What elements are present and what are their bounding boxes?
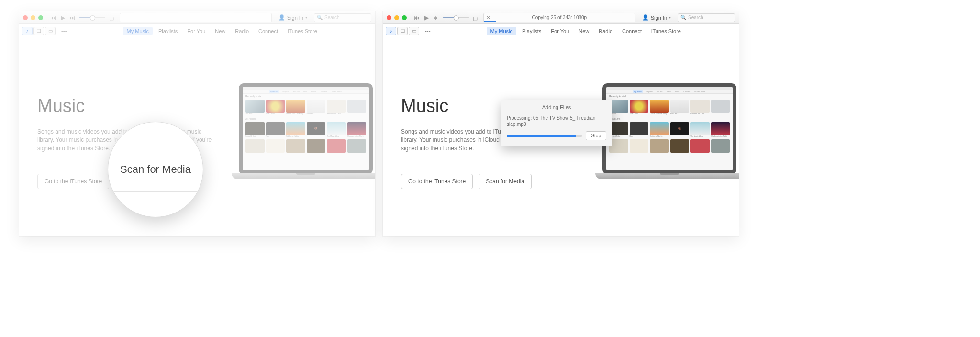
stop-button[interactable]: Stop bbox=[586, 131, 606, 140]
play-icon[interactable]: ▶ bbox=[59, 14, 66, 21]
mock-tab: New bbox=[302, 90, 308, 93]
magnifier-callout: Scan for Media bbox=[108, 122, 203, 217]
next-icon[interactable]: ⏭ bbox=[69, 14, 76, 21]
dialog-title: Adding Files bbox=[507, 104, 606, 110]
search-icon: 🔍 bbox=[317, 15, 323, 20]
movies-view-icon[interactable]: ❏ bbox=[397, 27, 408, 35]
go-to-store-button[interactable]: Go to the iTunes Store bbox=[37, 174, 109, 189]
mock-tab: Playlists bbox=[281, 90, 290, 93]
person-icon: 👤 bbox=[642, 14, 649, 21]
minimize-icon[interactable] bbox=[31, 15, 35, 20]
volume-slider[interactable] bbox=[443, 17, 469, 18]
mock-tab: For You bbox=[292, 90, 301, 93]
music-view-icon[interactable]: ♪ bbox=[386, 27, 396, 35]
nav-tabs[interactable]: My Music Playlists For You New Radio Con… bbox=[487, 27, 685, 35]
adding-files-dialog: Adding Files Processing: 05 The TV Show … bbox=[501, 100, 612, 146]
next-icon[interactable]: ⏭ bbox=[433, 14, 439, 21]
mock-section-label: Recently Added bbox=[243, 94, 369, 99]
volume-slider[interactable] bbox=[79, 17, 105, 18]
tab-playlists[interactable]: Playlists bbox=[155, 27, 181, 35]
mock-tab: New bbox=[666, 90, 672, 93]
tab-radio[interactable]: Radio bbox=[231, 27, 253, 35]
search-placeholder: Search bbox=[688, 15, 703, 20]
playback-controls[interactable]: ⏮ ▶ ⏭ bbox=[413, 14, 439, 21]
titlebar: ⏮ ▶ ⏭ ▢ 👤 Sign In ▾ 🔍 Search bbox=[19, 11, 375, 24]
mock-tab: My Music bbox=[269, 90, 279, 93]
mock-section-label: Recently Added bbox=[606, 94, 733, 99]
airplay-icon[interactable]: ▢ bbox=[109, 15, 116, 20]
tv-view-icon[interactable]: ▭ bbox=[409, 27, 419, 35]
lcd-progress-bar bbox=[484, 21, 496, 22]
tab-strip: ♪ ❏ ▭ ••• My Music Playlists For You New… bbox=[383, 24, 739, 38]
play-icon[interactable]: ▶ bbox=[423, 14, 430, 21]
lcd-display: ✕ Copying 25 of 343: 1080p bbox=[483, 13, 635, 22]
more-icon[interactable]: ••• bbox=[422, 28, 434, 34]
nav-tabs[interactable]: My Music Playlists For You New Radio Con… bbox=[123, 27, 321, 35]
zoom-icon[interactable] bbox=[38, 15, 43, 20]
tab-radio[interactable]: Radio bbox=[595, 27, 616, 35]
tab-for-you[interactable]: For You bbox=[183, 27, 209, 35]
mock-tab: Radio bbox=[674, 90, 680, 93]
airplay-icon[interactable]: ▢ bbox=[473, 15, 479, 20]
movies-view-icon[interactable]: ❏ bbox=[33, 27, 44, 35]
signin-label: Sign In bbox=[651, 15, 667, 21]
signin-label: Sign In bbox=[287, 15, 303, 21]
dialog-progress-bar bbox=[507, 135, 582, 137]
tab-new[interactable]: New bbox=[211, 27, 229, 35]
magnifier-text: Scan for Media bbox=[120, 163, 191, 176]
mock-tab: My Music bbox=[633, 90, 643, 93]
prev-icon[interactable]: ⏮ bbox=[413, 14, 420, 21]
mock-tab: Connect bbox=[682, 90, 691, 93]
tab-connect[interactable]: Connect bbox=[618, 27, 646, 35]
window-traffic-lights[interactable] bbox=[23, 15, 46, 20]
search-placeholder: Search bbox=[324, 15, 340, 20]
close-icon[interactable] bbox=[23, 15, 28, 20]
search-icon: 🔍 bbox=[680, 15, 686, 20]
macbook-label: MacBook bbox=[595, 174, 739, 177]
tab-itunes-store[interactable]: iTunes Store bbox=[284, 27, 321, 35]
main-content: Music Songs and music videos you add to … bbox=[19, 38, 375, 236]
macbook-illustration: My Music Playlists For You New Radio Con… bbox=[232, 83, 375, 236]
mock-tab: For You bbox=[656, 90, 664, 93]
tab-new[interactable]: New bbox=[575, 27, 593, 35]
minimize-icon[interactable] bbox=[394, 15, 399, 20]
signin-menu[interactable]: 👤 Sign In ▾ bbox=[639, 14, 674, 21]
titlebar: ⏮ ▶ ⏭ ▢ ✕ Copying 25 of 343: 1080p 👤 Sig… bbox=[383, 11, 739, 24]
search-input[interactable]: 🔍 Search bbox=[678, 13, 735, 22]
tab-my-music[interactable]: My Music bbox=[123, 27, 153, 35]
tab-playlists[interactable]: Playlists bbox=[518, 27, 545, 35]
playback-controls[interactable]: ⏮ ▶ ⏭ bbox=[50, 14, 76, 21]
mock-tab: iTunes Store bbox=[693, 90, 706, 93]
more-icon[interactable]: ••• bbox=[58, 28, 70, 34]
tv-view-icon[interactable]: ▭ bbox=[45, 27, 56, 35]
tab-my-music[interactable]: My Music bbox=[487, 27, 516, 35]
itunes-window-left: ⏮ ▶ ⏭ ▢ 👤 Sign In ▾ 🔍 Search ♪ ❏ ▭ ••• M… bbox=[19, 11, 375, 236]
chevron-down-icon: ▾ bbox=[305, 15, 307, 20]
go-to-store-button[interactable]: Go to the iTunes Store bbox=[401, 174, 473, 189]
dialog-processing-text: Processing: 05 The TV Show 5_ Freudian s… bbox=[507, 115, 606, 127]
mock-tab: Playlists bbox=[645, 90, 654, 93]
window-traffic-lights[interactable] bbox=[387, 15, 410, 20]
lcd-display bbox=[120, 13, 272, 22]
macbook-label: MacBook bbox=[232, 174, 375, 177]
mock-tab: Radio bbox=[310, 90, 317, 93]
zoom-icon[interactable] bbox=[402, 15, 407, 20]
chevron-down-icon: ▾ bbox=[669, 15, 671, 20]
signin-menu[interactable]: 👤 Sign In ▾ bbox=[276, 14, 310, 21]
mock-tab: Connect bbox=[319, 90, 328, 93]
cancel-copy-icon[interactable]: ✕ bbox=[486, 15, 490, 20]
tab-for-you[interactable]: For You bbox=[547, 27, 573, 35]
mock-section-label: All Albums bbox=[606, 116, 733, 121]
lcd-status-text: Copying 25 of 343: 1080p bbox=[532, 15, 587, 20]
media-type-selector[interactable]: ♪ ❏ ▭ bbox=[22, 27, 56, 35]
media-type-selector[interactable]: ♪ ❏ ▭ bbox=[386, 27, 419, 35]
tab-itunes-store[interactable]: iTunes Store bbox=[647, 27, 685, 35]
search-input[interactable]: 🔍 Search bbox=[314, 13, 371, 22]
close-icon[interactable] bbox=[387, 15, 391, 20]
scan-for-media-button[interactable]: Scan for Media bbox=[479, 174, 532, 189]
prev-icon[interactable]: ⏮ bbox=[50, 14, 56, 21]
music-view-icon[interactable]: ♪ bbox=[22, 27, 33, 35]
tab-connect[interactable]: Connect bbox=[255, 27, 282, 35]
mock-section-label: All Albums bbox=[243, 116, 369, 121]
mock-tab: iTunes Store bbox=[330, 90, 343, 93]
